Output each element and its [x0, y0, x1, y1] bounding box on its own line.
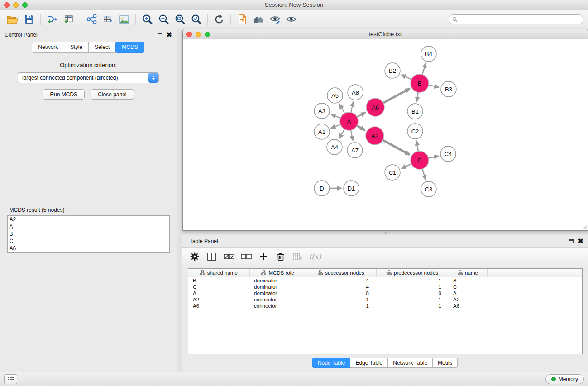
- memory-button[interactable]: Memory: [545, 374, 584, 384]
- zoom-fit-button[interactable]: [172, 11, 188, 28]
- graph-edge[interactable]: [402, 75, 413, 80]
- graph-edge[interactable]: [331, 124, 342, 128]
- network-canvas[interactable]: B4B2BB3A5A8A6B1A3AC2A1A2A4A7C1CC4C3DD1: [183, 39, 588, 230]
- close-window-button[interactable]: [4, 2, 10, 8]
- table-row[interactable]: A2connector11A2: [188, 296, 582, 303]
- tab-style[interactable]: Style: [64, 42, 89, 53]
- graph-edge[interactable]: [350, 129, 353, 141]
- graph-edge[interactable]: [351, 102, 354, 114]
- graph-node[interactable]: C3: [421, 181, 436, 197]
- graph-node[interactable]: C1: [385, 165, 400, 180]
- graph-edge[interactable]: [382, 89, 410, 104]
- float-table-panel-icon[interactable]: [569, 239, 574, 243]
- minimize-window-button[interactable]: [13, 2, 19, 8]
- graph-node[interactable]: B2: [385, 63, 400, 78]
- close-table-panel-icon[interactable]: ✖: [578, 239, 583, 243]
- graph-node[interactable]: A6: [366, 98, 384, 116]
- task-history-button[interactable]: [4, 374, 17, 384]
- float-panel-icon[interactable]: [158, 33, 162, 37]
- graph-node[interactable]: A1: [314, 124, 330, 139]
- graph-node[interactable]: A3: [314, 103, 330, 119]
- mcds-result-item[interactable]: A: [8, 223, 169, 230]
- graph-edge[interactable]: [340, 104, 345, 114]
- close-panel-button[interactable]: Close panel: [91, 89, 134, 100]
- graph-edge[interactable]: [422, 63, 426, 76]
- mcds-result-item[interactable]: B: [8, 230, 169, 238]
- export-image-button[interactable]: [116, 11, 132, 28]
- edit-visibility-button[interactable]: [267, 11, 283, 28]
- search-input[interactable]: [449, 14, 583, 24]
- column-header-successor-nodes[interactable]: successor nodes: [306, 269, 376, 277]
- delete-table-button[interactable]: [290, 249, 306, 264]
- save-session-button[interactable]: [21, 11, 37, 28]
- mcds-result-list[interactable]: A2ABCA6: [7, 215, 170, 253]
- network-close-button[interactable]: [186, 32, 192, 37]
- mcds-result-item[interactable]: A2: [8, 216, 169, 223]
- table-row[interactable]: Cdominator41C: [188, 284, 582, 290]
- graph-node[interactable]: B3: [441, 81, 456, 97]
- tab-edge-table[interactable]: Edge Table: [350, 358, 388, 368]
- graph-node[interactable]: C: [411, 151, 429, 169]
- zoom-out-button[interactable]: [155, 11, 172, 28]
- graph-node[interactable]: B: [411, 74, 429, 92]
- delete-column-button[interactable]: [273, 249, 288, 264]
- tab-mcds[interactable]: MCDS: [115, 42, 144, 53]
- graph-node[interactable]: D: [314, 181, 330, 196]
- graph-edge[interactable]: [331, 114, 342, 119]
- divider-handle[interactable]: [385, 232, 389, 234]
- tab-motifs[interactable]: Motifs: [432, 358, 458, 368]
- select-all-button[interactable]: [221, 249, 237, 264]
- table-row[interactable]: Bdominator41B: [188, 277, 582, 284]
- open-session-button[interactable]: [5, 11, 21, 28]
- graph-edge[interactable]: [382, 139, 410, 155]
- zoom-in-button[interactable]: [139, 11, 155, 28]
- graph-node[interactable]: C2: [407, 124, 423, 139]
- panel-divider[interactable]: [182, 231, 588, 235]
- graph-edge[interactable]: [339, 128, 345, 138]
- graph-node[interactable]: A4: [327, 139, 342, 155]
- resize-grip-icon[interactable]: [582, 224, 587, 230]
- import-table-button[interactable]: [60, 11, 76, 28]
- network-zoom-button[interactable]: [205, 32, 210, 37]
- zoom-selected-button[interactable]: [188, 11, 204, 28]
- home-button[interactable]: [250, 11, 267, 28]
- graph-node[interactable]: A7: [347, 143, 363, 158]
- show-columns-button[interactable]: [204, 249, 220, 264]
- column-header-predecessor-nodes[interactable]: predecessor nodes: [376, 269, 449, 277]
- import-network-button[interactable]: [44, 11, 60, 28]
- table-settings-button[interactable]: [187, 249, 202, 264]
- mcds-result-item[interactable]: A6: [8, 245, 169, 252]
- zoom-window-button[interactable]: [22, 2, 28, 8]
- show-hide-button[interactable]: [283, 11, 299, 28]
- new-network-button[interactable]: [83, 11, 100, 28]
- import-document-button[interactable]: [234, 11, 250, 28]
- table-row[interactable]: A6connector11A6: [188, 303, 582, 309]
- graph-node[interactable]: A5: [327, 88, 343, 103]
- graph-node[interactable]: A8: [348, 85, 363, 100]
- deselect-all-button[interactable]: [239, 249, 254, 264]
- graph-edge[interactable]: [422, 167, 425, 180]
- graph-node[interactable]: B4: [421, 46, 436, 62]
- graph-edge[interactable]: [427, 85, 439, 87]
- graph-edge[interactable]: [402, 163, 412, 168]
- graph-node[interactable]: A: [340, 112, 358, 130]
- optimization-select[interactable]: largest connected component (directed): [18, 72, 159, 83]
- tab-node-table[interactable]: Node Table: [312, 358, 351, 368]
- graph-edge[interactable]: [416, 141, 418, 153]
- network-minimize-button[interactable]: [196, 32, 201, 37]
- column-header-MCDS-role[interactable]: MCDS role: [249, 269, 306, 277]
- close-panel-icon[interactable]: ✖: [166, 33, 172, 37]
- run-mcds-button[interactable]: Run MCDS: [43, 89, 85, 100]
- add-column-button[interactable]: [256, 249, 271, 264]
- apply-layout-button[interactable]: [211, 11, 227, 28]
- graph-edge[interactable]: [427, 156, 439, 159]
- graph-node[interactable]: C4: [440, 146, 456, 162]
- graph-node[interactable]: B1: [407, 104, 423, 119]
- function-builder-button[interactable]: f(x): [307, 249, 323, 264]
- column-header-shared-name[interactable]: shared name: [188, 269, 249, 277]
- tab-select[interactable]: Select: [88, 42, 116, 53]
- tab-network[interactable]: Network: [32, 42, 64, 53]
- column-header-name[interactable]: name: [449, 269, 487, 277]
- new-table-button[interactable]: [100, 11, 116, 28]
- mcds-result-item[interactable]: C: [8, 238, 169, 245]
